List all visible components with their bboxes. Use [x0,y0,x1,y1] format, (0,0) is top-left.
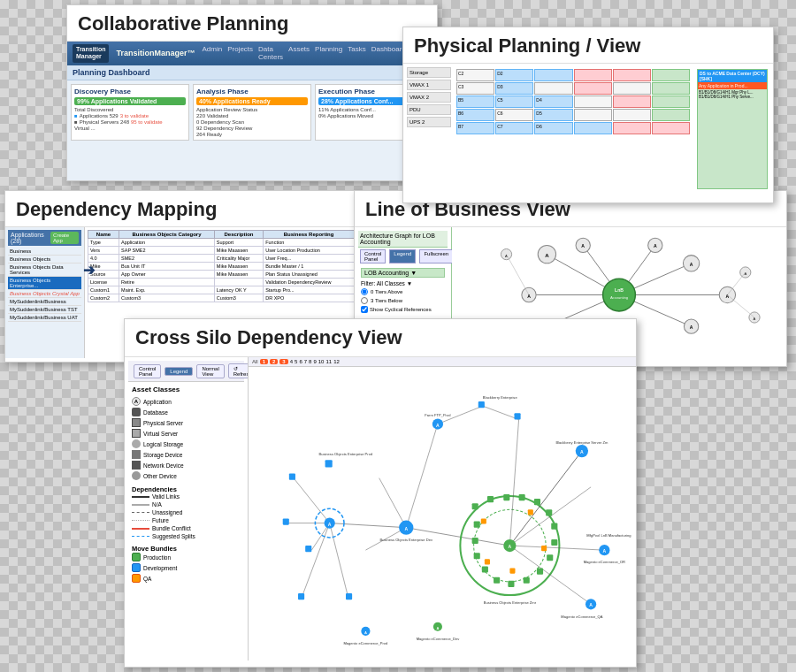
dep-item-my2[interactable]: MySuddenlink/Business TST [8,306,81,314]
legend-bundle-label: Bundle Conflict [152,525,191,531]
num-9[interactable]: 9 [313,359,316,364]
physical-right-panel: DS to ACME Data Center (DCY) [SHK] Any A… [697,69,768,189]
cell-d5: D4 [534,95,572,108]
td-sme: SAP SME2 [119,247,215,255]
cell-c6: C6 [495,109,533,121]
dep-item-bods[interactable]: Business Objects Data Services [8,263,81,277]
phys-item-storage: Storage [407,67,451,78]
num-6[interactable]: 6 [299,359,302,364]
svg-text:LnB: LnB [615,287,624,293]
num-12[interactable]: 12 [333,359,340,364]
stat-virtual: Virtual ... [74,126,186,131]
tier-down-radio[interactable] [361,297,368,304]
td-planst: Plan Status Unassigned [264,271,355,279]
ctrl-panel-btn[interactable]: Control Panel [134,364,161,378]
dep-item-business[interactable]: Business [8,248,81,256]
analysis-stats: Application Review Status 220 Validated … [196,107,308,137]
legend-asset-title: Asset Classes [132,386,241,393]
svg-rect-72 [487,496,494,502]
dep-item-bo[interactable]: Business Objects [8,256,81,263]
cross-title: Cross Silo Dependency View [125,319,636,357]
nav-tasks[interactable]: Tasks [348,45,365,61]
td-c1: Custom1 [88,286,119,294]
td-type: Type [88,239,119,247]
svg-line-54 [509,419,518,546]
svg-text:Magento eCommerce_OR: Magento eCommerce_OR [584,560,625,564]
od-legend-icon [132,471,141,480]
physical-planning-panel: Physical Planning / View Storage VMAX 1 … [402,27,774,203]
num-1[interactable]: 1 [260,359,268,364]
dep-create-btn[interactable]: Create App [50,232,79,244]
num-5[interactable]: 5 [295,359,297,364]
legend-other-device: Other Device [132,471,241,480]
table-row: Custom1 Maint. Exp. Latency OK Y Startup… [88,286,355,294]
app-header: TransitionManager TransitionManager™ Adm… [67,42,437,65]
ctrl-normal-btn[interactable]: Normal View [196,364,224,378]
svg-text:A: A [580,449,584,454]
svg-rect-86 [472,538,478,544]
future-line-icon [132,520,149,521]
svg-text:A: A [744,271,746,276]
svg-rect-79 [547,554,553,561]
lob-tab-legend[interactable]: Legend [389,249,416,263]
collaborative-planning-panel: Collaborative Planning TransitionManager… [66,4,438,181]
td-userloc: User Location Production [264,247,355,255]
dep-item-my1[interactable]: MySuddenlink/Business [8,298,81,306]
nav-projects[interactable]: Projects [227,45,253,61]
num-11[interactable]: 11 [325,359,332,364]
td-lic: License [88,279,119,286]
svg-text:Accounting: Accounting [610,295,628,300]
ctrl-legend-btn[interactable]: Legend [165,367,193,376]
stat-review-title: Application Review Status [196,107,308,112]
cell-f6 [613,109,651,121]
cell-d6: D5 [534,109,572,121]
lob-tab-fullscreen[interactable]: Fullscreen [419,249,453,263]
nav-planning[interactable]: Planning [315,45,342,61]
legend-sd-label: Storage Device [143,452,182,458]
lob-filter-lob[interactable]: LOB Accounting ▼ [361,268,445,278]
td-mike3: Mike Maassen [214,271,263,279]
cell-e6 [574,109,612,121]
legend-network-device: Network Device [132,461,241,470]
physical-grid: C2 D2 C3 D3 B5 C5 D4 B6 C6 [455,67,692,136]
dep-item-my3[interactable]: MySuddenlink/Business UAT [8,314,81,322]
legend-dev-label: Development [143,565,177,571]
cyclical-checkbox[interactable] [361,306,368,313]
cell-g3 [613,82,651,95]
num-7[interactable]: 7 [304,359,307,364]
vs-legend-icon [132,429,141,438]
all-label: All [252,359,258,364]
cell-h7 [652,122,690,134]
nav-datacenters[interactable]: Data Centers [258,45,283,61]
legend-vs-label: Virtual Server [143,431,178,437]
svg-line-32 [727,272,745,295]
cross-content: Control Panel Legend Normal View ↺ Refre… [125,357,636,661]
tier-up-radio[interactable] [361,288,368,295]
stat-dep-scan: 0 Dependency Scan [196,119,308,125]
svg-rect-90 [541,546,547,551]
td-app: Application [119,239,215,247]
td-crit: Criticality Major [214,255,263,263]
svg-text:A: A [364,630,367,635]
num-4[interactable]: 4 [290,359,293,364]
collaborative-title: Collaborative Planning [67,5,437,42]
ctrl-refresh-btn[interactable]: ↺ Refresh [228,363,249,378]
cell-f3 [574,82,612,95]
svg-text:Blackberry Enterprise Server Z: Blackberry Enterprise Server Zm [555,440,608,445]
svg-rect-78 [551,539,557,546]
svg-text:A: A [436,626,439,630]
dep-item-boca[interactable]: Business Objects Crystal App [8,290,81,298]
lob-tab-control[interactable]: Control Panel [360,249,386,263]
svg-rect-58 [305,546,311,552]
dep-item-boe[interactable]: Business Objects Enterprise... [8,277,81,290]
num-3[interactable]: 3 [279,359,287,364]
td-vers: Vers [88,247,119,255]
col-business: Business Reporting [264,231,355,239]
svg-rect-92 [485,559,490,564]
nav-admin[interactable]: Admin [202,45,222,61]
table-row: Mike Bus Unit IT Mike Maassen Bundle Mas… [88,263,355,271]
num-2[interactable]: 2 [270,359,278,364]
num-10[interactable]: 10 [318,359,325,364]
nav-assets[interactable]: Assets [288,45,310,61]
num-8[interactable]: 8 [309,359,311,364]
